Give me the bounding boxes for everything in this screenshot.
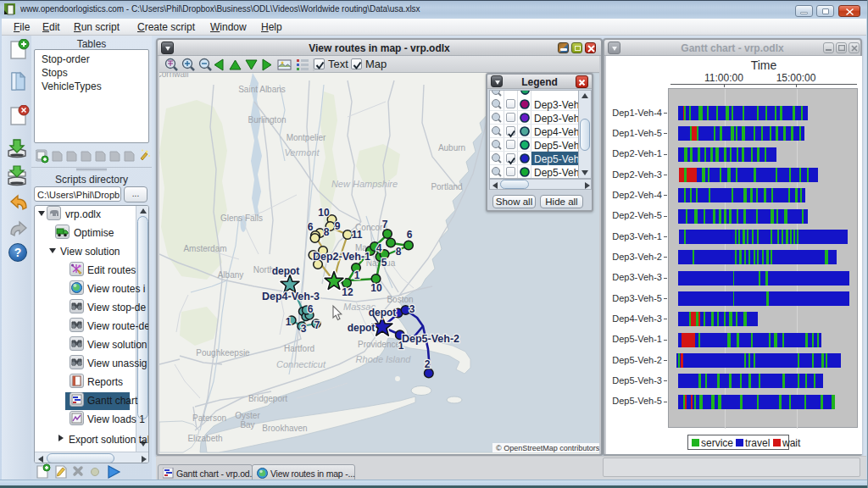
svg-text:Saint Albans: Saint Albans — [238, 85, 286, 94]
svg-text:Poughkeepsie: Poughkeepsie — [196, 348, 250, 358]
svg-text:9: 9 — [335, 220, 341, 232]
svg-text:Rhode Island: Rhode Island — [356, 354, 412, 364]
svg-text:12: 12 — [342, 286, 353, 298]
svg-text:© OpenStreetMap contributors: © OpenStreetMap contributors — [496, 444, 599, 452]
svg-text:7: 7 — [382, 219, 388, 230]
svg-text:1: 1 — [354, 269, 360, 281]
svg-text:Hartford: Hartford — [284, 344, 314, 353]
svg-text:4: 4 — [376, 242, 382, 254]
svg-text:Glens Falls: Glens Falls — [220, 214, 263, 223]
svg-text:Cornwall: Cornwall — [159, 73, 188, 79]
svg-text:1: 1 — [286, 316, 292, 328]
svg-text:Brookhaven: Brookhaven — [262, 424, 307, 433]
svg-text:Amsterdam: Amsterdam — [183, 244, 226, 253]
svg-text:Providence: Providence — [358, 340, 400, 349]
svg-text:3: 3 — [409, 303, 415, 315]
svg-text:8: 8 — [324, 226, 330, 238]
svg-text:6: 6 — [308, 303, 314, 315]
svg-text:3: 3 — [301, 323, 307, 335]
svg-text:Albany: Albany — [218, 270, 244, 280]
svg-text:Bay: Bay — [240, 420, 254, 430]
svg-text:7: 7 — [314, 319, 320, 331]
svg-text:Montpelier: Montpelier — [287, 133, 326, 142]
svg-text:11: 11 — [352, 229, 363, 241]
svg-text:8: 8 — [396, 246, 402, 258]
svg-text:Oyster: Oyster — [235, 411, 260, 420]
svg-text:depot: depot — [348, 322, 376, 334]
svg-text:Portland: Portland — [431, 182, 462, 191]
svg-text:depot: depot — [272, 265, 300, 277]
svg-text:Bridgeport: Bridgeport — [248, 394, 287, 403]
svg-text:5: 5 — [381, 257, 387, 269]
svg-text:2: 2 — [425, 358, 431, 370]
svg-text:6: 6 — [308, 221, 314, 233]
svg-text:10: 10 — [370, 282, 382, 294]
svg-text:Dep5-Veh-2: Dep5-Veh-2 — [402, 333, 459, 345]
svg-text:depot: depot — [369, 307, 397, 319]
svg-text:10: 10 — [318, 207, 330, 219]
svg-text:Dep4-Veh-3: Dep4-Veh-3 — [262, 291, 320, 302]
svg-text:North: North — [253, 265, 274, 274]
svg-text:Auburn: Auburn — [438, 143, 465, 152]
svg-text:Elizabeth: Elizabeth — [187, 434, 222, 443]
svg-text:Dep2-Veh-1: Dep2-Veh-1 — [313, 251, 370, 263]
svg-text:Burlington: Burlington — [248, 115, 286, 125]
svg-text:Vermont: Vermont — [284, 147, 320, 158]
svg-text:Paterson: Paterson — [192, 413, 226, 423]
svg-text:6: 6 — [407, 229, 413, 241]
svg-text:New Hampshire: New Hampshire — [331, 179, 398, 189]
svg-text:Connecticut: Connecticut — [276, 359, 326, 369]
